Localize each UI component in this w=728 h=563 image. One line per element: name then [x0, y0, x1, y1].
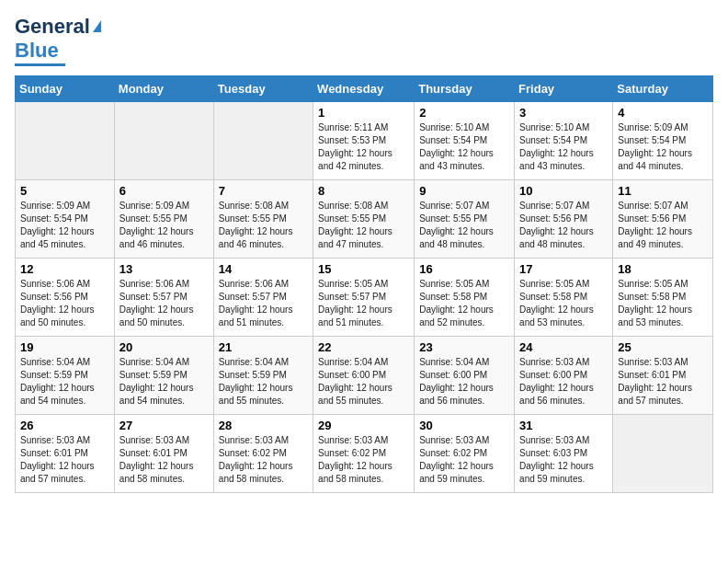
day-number: 18 — [618, 262, 708, 276]
col-header-monday: Monday — [114, 76, 213, 102]
day-info: Sunrise: 5:09 AM Sunset: 5:54 PM Dayligh… — [20, 200, 109, 251]
day-info: Sunrise: 5:07 AM Sunset: 5:56 PM Dayligh… — [519, 200, 608, 251]
calendar-cell: 22Sunrise: 5:04 AM Sunset: 6:00 PM Dayli… — [313, 337, 415, 415]
day-info: Sunrise: 5:10 AM Sunset: 5:54 PM Dayligh… — [419, 121, 509, 173]
calendar-cell: 5Sunrise: 5:09 AM Sunset: 5:54 PM Daylig… — [16, 180, 115, 259]
col-header-friday: Friday — [515, 76, 613, 102]
calendar-cell: 23Sunrise: 5:04 AM Sunset: 6:00 PM Dayli… — [415, 337, 515, 415]
calendar-cell: 25Sunrise: 5:03 AM Sunset: 6:01 PM Dayli… — [613, 337, 713, 415]
day-number: 2 — [419, 106, 509, 120]
day-number: 28 — [219, 419, 308, 432]
day-number: 22 — [318, 340, 409, 354]
calendar-cell: 7Sunrise: 5:08 AM Sunset: 5:55 PM Daylig… — [213, 180, 313, 259]
calendar-cell: 16Sunrise: 5:05 AM Sunset: 5:58 PM Dayli… — [415, 259, 515, 337]
calendar-cell: 24Sunrise: 5:03 AM Sunset: 6:00 PM Dayli… — [515, 337, 613, 415]
day-number: 10 — [519, 184, 608, 198]
calendar-cell: 9Sunrise: 5:07 AM Sunset: 5:55 PM Daylig… — [415, 180, 515, 259]
calendar-cell: 27Sunrise: 5:03 AM Sunset: 6:01 PM Dayli… — [114, 415, 213, 493]
day-number: 16 — [419, 262, 509, 276]
day-info: Sunrise: 5:04 AM Sunset: 5:59 PM Dayligh… — [119, 356, 209, 408]
calendar-cell: 2Sunrise: 5:10 AM Sunset: 5:54 PM Daylig… — [415, 102, 515, 180]
calendar-cell: 13Sunrise: 5:06 AM Sunset: 5:57 PM Dayli… — [114, 259, 213, 337]
day-info: Sunrise: 5:08 AM Sunset: 5:55 PM Dayligh… — [219, 200, 308, 251]
day-info: Sunrise: 5:03 AM Sunset: 6:03 PM Dayligh… — [519, 434, 608, 486]
calendar-cell: 11Sunrise: 5:07 AM Sunset: 5:56 PM Dayli… — [613, 180, 713, 259]
day-info: Sunrise: 5:03 AM Sunset: 6:01 PM Dayligh… — [618, 356, 708, 408]
day-info: Sunrise: 5:03 AM Sunset: 6:02 PM Dayligh… — [419, 434, 509, 486]
day-info: Sunrise: 5:04 AM Sunset: 6:00 PM Dayligh… — [419, 356, 509, 408]
day-info: Sunrise: 5:11 AM Sunset: 5:53 PM Dayligh… — [318, 121, 409, 173]
day-info: Sunrise: 5:07 AM Sunset: 5:55 PM Dayligh… — [419, 200, 509, 251]
day-info: Sunrise: 5:07 AM Sunset: 5:56 PM Dayligh… — [618, 200, 708, 251]
logo-general: General — [15, 15, 90, 39]
calendar-cell — [613, 415, 713, 493]
day-number: 7 — [219, 184, 308, 198]
calendar-cell — [16, 102, 115, 180]
calendar-cell: 30Sunrise: 5:03 AM Sunset: 6:02 PM Dayli… — [415, 415, 515, 493]
day-number: 30 — [419, 419, 509, 432]
calendar-cell: 20Sunrise: 5:04 AM Sunset: 5:59 PM Dayli… — [114, 337, 213, 415]
logo-underline — [15, 63, 65, 66]
day-info: Sunrise: 5:05 AM Sunset: 5:57 PM Dayligh… — [318, 278, 409, 329]
calendar-cell: 26Sunrise: 5:03 AM Sunset: 6:01 PM Dayli… — [16, 415, 115, 493]
day-info: Sunrise: 5:09 AM Sunset: 5:55 PM Dayligh… — [119, 200, 209, 251]
calendar-cell: 10Sunrise: 5:07 AM Sunset: 5:56 PM Dayli… — [515, 180, 613, 259]
day-number: 5 — [20, 184, 109, 198]
day-info: Sunrise: 5:03 AM Sunset: 6:01 PM Dayligh… — [20, 434, 109, 486]
day-number: 17 — [519, 262, 608, 276]
day-number: 9 — [419, 184, 509, 198]
day-number: 11 — [618, 184, 708, 198]
col-header-tuesday: Tuesday — [213, 76, 313, 102]
page-header: General Blue — [15, 15, 713, 66]
calendar-cell: 29Sunrise: 5:03 AM Sunset: 6:02 PM Dayli… — [313, 415, 415, 493]
logo-triangle-icon — [93, 20, 101, 32]
day-info: Sunrise: 5:10 AM Sunset: 5:54 PM Dayligh… — [519, 121, 608, 173]
calendar-cell: 17Sunrise: 5:05 AM Sunset: 5:58 PM Dayli… — [515, 259, 613, 337]
day-info: Sunrise: 5:04 AM Sunset: 5:59 PM Dayligh… — [219, 356, 308, 408]
calendar-table: SundayMondayTuesdayWednesdayThursdayFrid… — [15, 75, 713, 493]
day-number: 3 — [519, 106, 608, 120]
col-header-thursday: Thursday — [415, 76, 515, 102]
day-info: Sunrise: 5:05 AM Sunset: 5:58 PM Dayligh… — [419, 278, 509, 329]
calendar-week-row: 5Sunrise: 5:09 AM Sunset: 5:54 PM Daylig… — [16, 180, 713, 259]
day-number: 13 — [119, 262, 209, 276]
day-info: Sunrise: 5:05 AM Sunset: 5:58 PM Dayligh… — [618, 278, 708, 329]
day-info: Sunrise: 5:06 AM Sunset: 5:56 PM Dayligh… — [20, 278, 109, 329]
logo: General Blue — [15, 15, 101, 66]
day-info: Sunrise: 5:04 AM Sunset: 6:00 PM Dayligh… — [318, 356, 409, 408]
calendar-cell: 15Sunrise: 5:05 AM Sunset: 5:57 PM Dayli… — [313, 259, 415, 337]
calendar-cell: 28Sunrise: 5:03 AM Sunset: 6:02 PM Dayli… — [213, 415, 313, 493]
logo-blue: Blue — [15, 39, 59, 63]
day-number: 29 — [318, 419, 409, 432]
day-info: Sunrise: 5:03 AM Sunset: 6:00 PM Dayligh… — [519, 356, 608, 408]
day-number: 24 — [519, 340, 608, 354]
calendar-cell: 31Sunrise: 5:03 AM Sunset: 6:03 PM Dayli… — [515, 415, 613, 493]
day-info: Sunrise: 5:03 AM Sunset: 6:02 PM Dayligh… — [318, 434, 409, 486]
day-info: Sunrise: 5:05 AM Sunset: 5:58 PM Dayligh… — [519, 278, 608, 329]
day-number: 6 — [119, 184, 209, 198]
day-info: Sunrise: 5:03 AM Sunset: 6:01 PM Dayligh… — [119, 434, 209, 486]
calendar-cell: 19Sunrise: 5:04 AM Sunset: 5:59 PM Dayli… — [16, 337, 115, 415]
calendar-cell: 4Sunrise: 5:09 AM Sunset: 5:54 PM Daylig… — [613, 102, 713, 180]
day-info: Sunrise: 5:06 AM Sunset: 5:57 PM Dayligh… — [119, 278, 209, 329]
day-number: 12 — [20, 262, 109, 276]
calendar-cell: 18Sunrise: 5:05 AM Sunset: 5:58 PM Dayli… — [613, 259, 713, 337]
col-header-saturday: Saturday — [613, 76, 713, 102]
calendar-cell: 1Sunrise: 5:11 AM Sunset: 5:53 PM Daylig… — [313, 102, 415, 180]
calendar-cell: 21Sunrise: 5:04 AM Sunset: 5:59 PM Dayli… — [213, 337, 313, 415]
calendar-cell: 3Sunrise: 5:10 AM Sunset: 5:54 PM Daylig… — [515, 102, 613, 180]
day-info: Sunrise: 5:03 AM Sunset: 6:02 PM Dayligh… — [219, 434, 308, 486]
calendar-cell: 12Sunrise: 5:06 AM Sunset: 5:56 PM Dayli… — [16, 259, 115, 337]
calendar-week-row: 19Sunrise: 5:04 AM Sunset: 5:59 PM Dayli… — [16, 337, 713, 415]
day-number: 25 — [618, 340, 708, 354]
day-info: Sunrise: 5:06 AM Sunset: 5:57 PM Dayligh… — [219, 278, 308, 329]
calendar-cell: 6Sunrise: 5:09 AM Sunset: 5:55 PM Daylig… — [114, 180, 213, 259]
calendar-cell — [114, 102, 213, 180]
day-info: Sunrise: 5:08 AM Sunset: 5:55 PM Dayligh… — [318, 200, 409, 251]
calendar-cell — [213, 102, 313, 180]
day-number: 15 — [318, 262, 409, 276]
day-number: 14 — [219, 262, 308, 276]
calendar-header-row: SundayMondayTuesdayWednesdayThursdayFrid… — [16, 76, 713, 102]
day-number: 8 — [318, 184, 409, 198]
day-number: 26 — [20, 419, 109, 432]
